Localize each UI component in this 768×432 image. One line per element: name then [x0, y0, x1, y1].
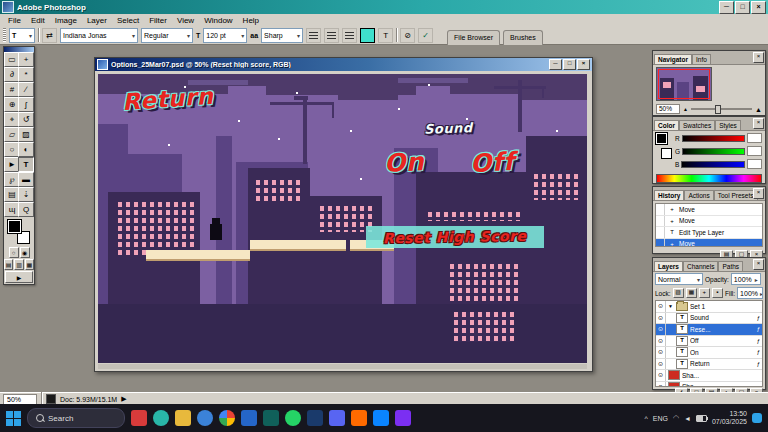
screen-mode-full-menu-button[interactable]: ▥ — [14, 259, 23, 270]
layer-row-off[interactable]: ⊙ T Off ƒ — [656, 336, 762, 348]
zoom-in-icon[interactable]: ▲ — [755, 106, 762, 113]
color-spectrum-ramp[interactable] — [656, 174, 762, 183]
fill-layer-thumbnail[interactable] — [668, 370, 680, 380]
tool-type[interactable]: T — [18, 157, 34, 172]
green-value-field[interactable] — [747, 146, 762, 156]
text-layer-thumbnail[interactable]: T — [676, 336, 688, 346]
status-zoom-field[interactable]: 50% — [3, 394, 37, 405]
visibility-eye-icon[interactable]: ⊙ — [656, 347, 666, 358]
history-step[interactable]: T Edit Type Layer — [656, 227, 762, 239]
zoom-slider-knob[interactable] — [715, 105, 721, 114]
navigator-zoom-value[interactable]: 50% — [656, 104, 680, 114]
speaker-icon[interactable]: ◄ — [684, 415, 691, 422]
fill-field[interactable]: 100% ▸ — [737, 287, 763, 299]
layer-effects-icon[interactable]: ƒ — [757, 315, 760, 321]
text-layer-thumbnail[interactable]: T — [676, 324, 688, 334]
navigator-thumbnail[interactable] — [656, 67, 712, 101]
cancel-edits-button[interactable]: ⊘ — [400, 28, 415, 43]
screen-mode-standard-button[interactable]: ▤ — [4, 259, 13, 270]
warp-text-button[interactable]: T — [378, 28, 393, 43]
panel-close-icon[interactable]: × — [753, 118, 764, 129]
blend-mode-select[interactable]: Normal ▾ — [655, 273, 703, 285]
taskbar-app-icon[interactable] — [131, 410, 147, 426]
layer-row-shade1[interactable]: ⊙ Sha... — [656, 370, 762, 382]
tab-actions[interactable]: Actions — [684, 190, 713, 200]
tab-paths[interactable]: Paths — [718, 261, 743, 271]
taskbar-app-icon[interactable] — [219, 410, 235, 426]
taskbar-app-icon[interactable] — [197, 410, 213, 426]
lock-image-icon[interactable]: ▦ — [686, 288, 697, 298]
navigator-viewbox[interactable] — [658, 69, 710, 99]
taskbar-search[interactable]: Search — [27, 408, 125, 428]
brushes-tab[interactable]: Brushes — [503, 30, 543, 45]
status-preview-thumb[interactable] — [46, 394, 56, 404]
layer-row-sound[interactable]: ⊙ T Sound ƒ — [656, 313, 762, 325]
navigator-zoom-slider[interactable] — [691, 108, 752, 110]
red-value-field[interactable] — [747, 133, 762, 143]
battery-icon[interactable] — [696, 415, 707, 422]
background-color-swatch[interactable] — [661, 148, 672, 159]
anti-alias-select[interactable]: Sharp ▾ — [261, 28, 303, 43]
document-scrollbar[interactable] — [98, 364, 587, 369]
visibility-eye-icon[interactable]: ⊙ — [656, 370, 666, 381]
taskbar-app-icon[interactable] — [285, 410, 301, 426]
history-source-checkbox[interactable] — [656, 216, 665, 227]
tool-preset-picker[interactable]: T ▾ — [9, 28, 35, 43]
doc-maximize-button[interactable]: □ — [563, 59, 576, 70]
taskbar-app-icon[interactable] — [241, 410, 257, 426]
taskbar-app-icon[interactable] — [175, 410, 191, 426]
close-button[interactable]: × — [751, 1, 766, 14]
history-step[interactable]: + Move — [656, 204, 762, 216]
tab-swatches[interactable]: Swatches — [679, 120, 715, 130]
red-slider[interactable] — [682, 135, 745, 142]
lock-all-icon[interactable]: ▪ — [712, 288, 723, 298]
tab-layers[interactable]: Layers — [654, 261, 683, 271]
layer-effects-icon[interactable]: ƒ — [757, 326, 760, 332]
taskbar-app-icon[interactable] — [373, 410, 389, 426]
layer-effects-icon[interactable]: ƒ — [757, 349, 760, 355]
tab-navigator[interactable]: Navigator — [654, 54, 692, 64]
status-flyout-icon[interactable]: ▶ — [121, 395, 126, 403]
layer-row-return[interactable]: ⊙ T Return ƒ — [656, 359, 762, 371]
tab-info[interactable]: Info — [692, 54, 711, 64]
zoom-out-icon[interactable]: ▲ — [683, 106, 688, 112]
layer-effects-icon[interactable]: ƒ — [757, 338, 760, 344]
photoshop-titlebar[interactable]: Adobe Photoshop ─ □ × — [0, 0, 768, 14]
type-color-swatch[interactable] — [360, 28, 375, 43]
panel-close-icon[interactable]: × — [753, 188, 764, 199]
menu-filter[interactable]: Filter — [144, 16, 172, 25]
history-source-checkbox[interactable] — [656, 239, 665, 248]
wifi-icon[interactable]: ◠ — [673, 414, 679, 422]
taskbar-clock[interactable]: 13:50 07/03/2025 — [712, 410, 747, 427]
align-right-button[interactable] — [342, 28, 357, 43]
visibility-eye-icon[interactable]: ⊙ — [656, 359, 666, 370]
doc-close-button[interactable]: × — [577, 59, 590, 70]
taskbar-app-icon[interactable] — [307, 410, 323, 426]
foreground-background-colors[interactable] — [6, 219, 32, 245]
font-style-select[interactable]: Regular ▾ — [141, 28, 193, 43]
start-button[interactable] — [6, 411, 21, 426]
tab-color[interactable]: Color — [654, 120, 679, 130]
notification-icon[interactable] — [752, 413, 762, 423]
lock-transparency-icon[interactable]: ▨ — [673, 288, 684, 298]
history-step-current[interactable]: + Move — [656, 239, 762, 248]
tool-zoom[interactable]: Q — [18, 202, 34, 217]
taskbar-app-icon[interactable] — [153, 410, 169, 426]
panel-close-icon[interactable]: × — [753, 259, 764, 270]
layer-effects-icon[interactable]: ƒ — [757, 361, 760, 367]
blue-value-field[interactable] — [747, 159, 762, 169]
tool-dodge[interactable]: ◐ — [18, 142, 34, 157]
history-step[interactable]: + Move — [656, 216, 762, 228]
align-center-button[interactable] — [324, 28, 339, 43]
document-sizes[interactable]: Doc: 5.93M/15.1M — [60, 396, 117, 403]
tab-tool-presets[interactable]: Tool Presets — [714, 190, 758, 200]
text-layer-thumbnail[interactable]: T — [676, 359, 688, 369]
jump-to-imageready-button[interactable]: ▶ — [5, 271, 33, 283]
expand-group-icon[interactable]: ▼ — [668, 303, 674, 309]
layer-row-set1[interactable]: ⊙ ▼ Set 1 — [656, 301, 762, 313]
foreground-color-swatch[interactable] — [656, 133, 667, 144]
font-size-select[interactable]: 120 pt ▾ — [203, 28, 247, 43]
language-indicator[interactable]: ENG — [653, 415, 668, 422]
align-left-button[interactable] — [306, 28, 321, 43]
standard-mode-button[interactable]: ○ — [9, 247, 19, 258]
